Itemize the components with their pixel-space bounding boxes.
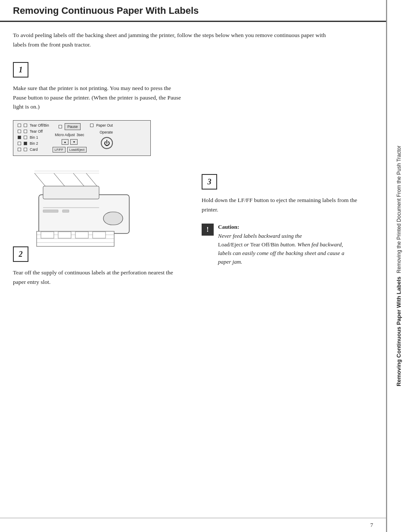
svg-rect-16 bbox=[43, 210, 58, 212]
sidebar-text-line2: Removing Continuous Paper With Labels bbox=[395, 277, 403, 386]
caution-box: ! Caution: Never feed labels backward us… bbox=[202, 223, 348, 266]
arrow-up-btn[interactable] bbox=[62, 139, 69, 145]
content-area: To avoid peeling labels off the backing … bbox=[0, 22, 386, 518]
printer-illustration bbox=[30, 165, 142, 251]
svg-rect-14 bbox=[103, 212, 123, 225]
svg-rect-12 bbox=[75, 232, 88, 238]
power-icon: ⏻ bbox=[104, 140, 110, 146]
panel-left-section: Tear Off/Bin Tear Off Bin 1 bbox=[18, 123, 49, 153]
svg-rect-11 bbox=[58, 232, 71, 238]
step-3-text: Hold down the LF/FF button to eject the … bbox=[202, 196, 373, 214]
checkbox-tearoff-line-2 bbox=[24, 130, 27, 133]
checkbox-card-2 bbox=[24, 148, 27, 151]
checkbox-bin2-2 bbox=[24, 142, 27, 145]
step-2-number: 2 bbox=[13, 246, 28, 262]
operate-button[interactable]: ⏻ bbox=[101, 137, 113, 149]
step-1-number: 1 bbox=[13, 62, 28, 78]
checkbox-tearoff-1 bbox=[18, 124, 21, 127]
sidebar-text-wrapper: Removing the Printed Document From the P… bbox=[395, 146, 403, 386]
svg-rect-17 bbox=[62, 210, 69, 212]
panel-middle-section: Pause Micro Adjust 3sec LF/F bbox=[53, 123, 87, 153]
page-title: Removing Continuous Paper With Labels bbox=[13, 5, 373, 16]
steps-container: 1 Make sure that the printer is not prin… bbox=[13, 62, 373, 295]
step-3-number: 3 bbox=[202, 174, 217, 190]
checkbox-tearoff-line-1 bbox=[18, 130, 21, 133]
checkbox-bin1-2 bbox=[24, 136, 27, 139]
panel-tearoffline-label: Tear Off bbox=[30, 129, 43, 134]
checkbox-bin1-1 bbox=[18, 136, 21, 139]
svg-line-2 bbox=[34, 173, 45, 186]
panel-right-section: Paper Out Operate ⏻ bbox=[90, 123, 113, 153]
panel-pause-btn: Pause bbox=[65, 123, 80, 130]
btn-row-arrows bbox=[62, 139, 78, 145]
caution-icon: ! bbox=[202, 224, 214, 236]
caution-line1: Never feed labels backward using the bbox=[218, 233, 302, 239]
svg-rect-1 bbox=[43, 186, 99, 199]
panel-pause-check bbox=[59, 125, 62, 128]
svg-line-5 bbox=[86, 173, 97, 186]
page-footer: 7 bbox=[0, 518, 386, 532]
paperout-check bbox=[90, 124, 93, 127]
right-column: 3 Hold down the LF/FF button to eject th… bbox=[193, 62, 373, 295]
svg-rect-13 bbox=[93, 232, 106, 238]
step-2-text: Tear off the supply of continuous labels… bbox=[13, 268, 184, 286]
sec3-label: 3sec bbox=[77, 133, 84, 137]
panel-bin2-label: Bin 2 bbox=[30, 141, 38, 146]
arrow-down-btn[interactable] bbox=[70, 139, 78, 145]
main-content: Removing Continuous Paper With Labels To… bbox=[0, 0, 387, 532]
checkbox-bin2-1 bbox=[18, 142, 21, 145]
sidebar-text-line1: Removing the Printed Document From the P… bbox=[395, 146, 403, 273]
sidebar: Removing the Printed Document From the P… bbox=[387, 0, 411, 532]
step3-container: 3 Hold down the LF/FF button to eject th… bbox=[202, 174, 373, 214]
caution-text: Caution: Never feed labels backward usin… bbox=[218, 223, 348, 266]
caution-line2: Load/Eject or Tear Off/Bin button. When … bbox=[218, 241, 344, 265]
checkbox-tearoff-2 bbox=[24, 124, 27, 127]
caution-title: Caution: bbox=[218, 224, 239, 230]
micro-adj-row: Micro Adjust 3sec bbox=[55, 133, 84, 137]
svg-line-3 bbox=[54, 173, 65, 186]
panel-bin1-label: Bin 1 bbox=[30, 135, 38, 140]
btn-row-lf: LF/FF Load/Eject bbox=[53, 147, 87, 152]
bottom-area bbox=[13, 295, 373, 373]
left-column: 1 Make sure that the printer is not prin… bbox=[13, 62, 193, 295]
panel-tearoff-label: Tear Off/Bin bbox=[30, 123, 49, 128]
micro-adj-label: Micro Adjust bbox=[55, 133, 75, 137]
svg-rect-10 bbox=[41, 232, 54, 238]
loadeject-btn[interactable]: Load/Eject bbox=[67, 147, 87, 152]
paperout-label: Paper Out bbox=[96, 123, 113, 128]
checkbox-card-1 bbox=[18, 148, 21, 151]
step-1-text: Make sure that the printer is not printi… bbox=[13, 84, 184, 112]
lfff-btn[interactable]: LF/FF bbox=[53, 147, 65, 152]
page-header: Removing Continuous Paper With Labels bbox=[0, 0, 386, 22]
printer-control-panel: Tear Off/Bin Tear Off Bin 1 bbox=[13, 120, 151, 156]
page-number: 7 bbox=[371, 522, 374, 529]
operate-label: Operate bbox=[100, 130, 113, 134]
intro-paragraph: To avoid peeling labels off the backing … bbox=[13, 31, 340, 49]
svg-line-4 bbox=[73, 173, 84, 186]
panel-card-label: Card bbox=[30, 147, 37, 152]
